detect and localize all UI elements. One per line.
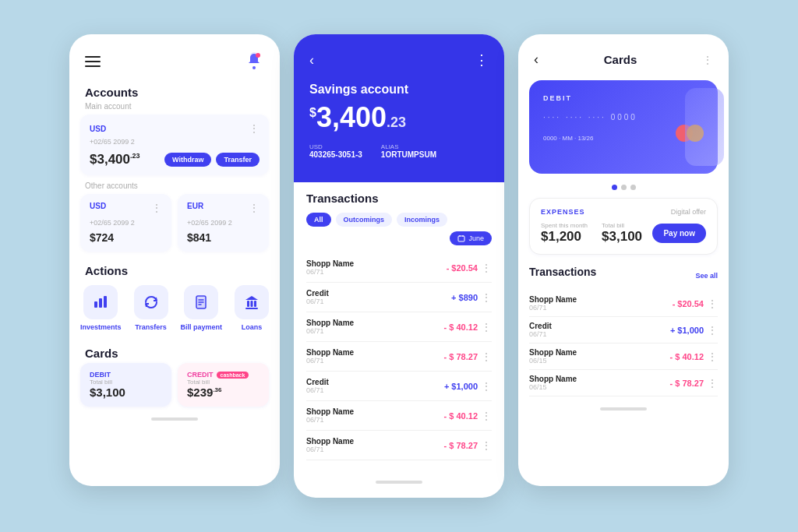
svg-rect-5 bbox=[104, 296, 107, 308]
back-button[interactable]: ‹ bbox=[309, 52, 314, 69]
savings-title: Savings account bbox=[309, 83, 489, 97]
other-acc2-amount: $841 bbox=[187, 231, 260, 244]
p3-tx-menu[interactable]: ⋮ bbox=[707, 351, 718, 363]
bill-icon-box bbox=[184, 285, 218, 319]
transfer-button[interactable]: Transfer bbox=[216, 153, 260, 167]
total-value: $3,100 bbox=[602, 229, 642, 245]
p3-tx-menu[interactable]: ⋮ bbox=[707, 377, 718, 389]
loans-icon-box bbox=[235, 285, 269, 319]
action-bill-payment[interactable]: Bill payment bbox=[181, 285, 223, 331]
phone-1: Accounts Main account USD ⋮ +02/65 2099 … bbox=[69, 34, 280, 486]
investments-label: Investments bbox=[80, 323, 122, 331]
other-accounts-label: Other accounts bbox=[69, 181, 280, 194]
carousel-dots bbox=[518, 185, 729, 190]
phones-container: Accounts Main account USD ⋮ +02/65 2099 … bbox=[69, 34, 729, 498]
tx-menu[interactable]: ⋮ bbox=[481, 351, 492, 363]
investments-icon-box bbox=[83, 285, 118, 319]
transaction-row[interactable]: Credit 06/71 + $890 ⋮ bbox=[306, 283, 492, 312]
tx-amount: - $ 78.27 bbox=[444, 352, 478, 361]
tx-menu[interactable]: ⋮ bbox=[481, 262, 492, 274]
phone-3: ‹ Cards ⋮ DEBIT ···· ···· ···· 0000 0000… bbox=[518, 34, 729, 486]
svg-point-1 bbox=[252, 66, 256, 69]
filter-date[interactable]: June bbox=[450, 231, 492, 245]
debit-card-amount: $3,100 bbox=[90, 386, 162, 399]
transaction-row[interactable]: Shopp Name 06/71 - $ 40.12 ⋮ bbox=[306, 312, 492, 342]
p3-transactions-header: Transactions See all bbox=[518, 262, 729, 291]
tx-menu[interactable]: ⋮ bbox=[481, 380, 492, 393]
p3-tx-amount: - $ 40.12 bbox=[670, 352, 704, 361]
tx-amount: - $ 78.27 bbox=[444, 441, 478, 450]
tx-date: 06/71 bbox=[306, 416, 354, 424]
other-acc1-amount: $724 bbox=[90, 231, 162, 244]
tx-menu[interactable]: ⋮ bbox=[481, 321, 492, 333]
p3-tx-menu[interactable]: ⋮ bbox=[707, 298, 718, 310]
tx-name: Shopp Name bbox=[306, 259, 354, 268]
main-acc-amount: $3,400.23 bbox=[90, 152, 140, 167]
expenses-header-row: EXPENSES Digital offer bbox=[541, 208, 706, 216]
actions-grid: Investments Transfers bbox=[69, 280, 280, 339]
card-bottom-row: 0000 · MM · 13/26 bbox=[543, 125, 704, 142]
tx-menu[interactable]: ⋮ bbox=[481, 291, 492, 304]
action-transfers[interactable]: Transfers bbox=[134, 285, 168, 331]
savings-usd-info: USD 403265-3051-3 bbox=[309, 143, 362, 159]
filter-outgoing[interactable]: Outcomings bbox=[336, 213, 393, 227]
p3-tx-name: Shopp Name bbox=[529, 375, 577, 383]
p3-transaction-row[interactable]: Shopp Name 06/15 - $ 40.12 ⋮ bbox=[529, 344, 718, 370]
main-acc-menu[interactable]: ⋮ bbox=[249, 122, 260, 135]
see-all-link[interactable]: See all bbox=[695, 272, 718, 280]
transaction-row[interactable]: Shopp Name 06/71 - $ 40.12 ⋮ bbox=[306, 401, 492, 431]
transactions-title: Transactions bbox=[306, 192, 492, 205]
p3-transaction-row[interactable]: Credit 06/71 + $1,000 ⋮ bbox=[529, 317, 718, 344]
phone2-body: Transactions All Outcomings Incomings Ju… bbox=[294, 182, 504, 470]
transfers-label: Transfers bbox=[135, 323, 167, 331]
transaction-row[interactable]: Credit 06/71 + $1,000 ⋮ bbox=[306, 372, 492, 401]
tx-amount: + $1,000 bbox=[444, 382, 478, 391]
action-loans[interactable]: Loans bbox=[235, 285, 269, 331]
p3-tx-name: Shopp Name bbox=[529, 295, 577, 304]
p3-tx-amount: - $20.54 bbox=[673, 299, 704, 308]
more-button-3[interactable]: ⋮ bbox=[702, 54, 713, 66]
tx-date: 06/71 bbox=[306, 357, 354, 365]
phone3-header: ‹ Cards ⋮ bbox=[518, 34, 729, 74]
other-acc1-type: USD bbox=[90, 202, 106, 214]
p3-transaction-row[interactable]: Shopp Name 06/15 - $ 78.27 ⋮ bbox=[529, 370, 718, 396]
pay-now-button[interactable]: Pay now bbox=[652, 224, 706, 243]
tx-amount: - $20.54 bbox=[447, 263, 478, 273]
filter-incoming[interactable]: Incomings bbox=[397, 213, 447, 227]
menu-icon[interactable] bbox=[85, 56, 101, 67]
transactions-list: Shopp Name 06/71 - $20.54 ⋮ Credit 06/71… bbox=[306, 253, 492, 460]
filter-all[interactable]: All bbox=[306, 213, 331, 227]
dot-1[interactable] bbox=[612, 185, 617, 190]
main-acc-buttons: Withdraw Transfer bbox=[164, 153, 260, 167]
main-acc-num: +02/65 2099 2 bbox=[90, 138, 260, 146]
back-button-3[interactable]: ‹ bbox=[534, 51, 538, 68]
action-investments[interactable]: Investments bbox=[80, 285, 122, 331]
dot-3[interactable] bbox=[630, 185, 636, 190]
credit-card-label: Total bill bbox=[187, 379, 260, 386]
notification-icon[interactable] bbox=[244, 51, 264, 72]
savings-info-row: USD 403265-3051-3 ALIAS 1ORTUMPSUM bbox=[309, 143, 489, 159]
tx-menu[interactable]: ⋮ bbox=[481, 439, 492, 452]
transaction-row[interactable]: Shopp Name 06/71 - $20.54 ⋮ bbox=[306, 253, 492, 283]
other-acc1-menu[interactable]: ⋮ bbox=[151, 202, 162, 214]
tx-amount: + $890 bbox=[451, 293, 478, 302]
p3-transactions-title: Transactions bbox=[529, 266, 596, 278]
spent-item: Spent this month $1,200 bbox=[541, 222, 588, 245]
other-accounts-row: USD ⋮ +02/65 2099 2 $724 EUR ⋮ +02/65 20… bbox=[69, 194, 280, 252]
other-acc1-num: +02/65 2099 2 bbox=[90, 219, 135, 227]
expenses-amounts-row: Spent this month $1,200 Total bill $3,10… bbox=[541, 222, 706, 245]
credit-card-mini[interactable]: CREDIT cashback Total bill $239.36 bbox=[178, 363, 269, 407]
p3-tx-menu[interactable]: ⋮ bbox=[707, 324, 718, 336]
bill-payment-label: Bill payment bbox=[181, 323, 223, 331]
transaction-row[interactable]: Shopp Name 06/71 - $ 78.27 ⋮ bbox=[306, 431, 492, 460]
p3-transaction-row[interactable]: Shopp Name 06/71 - $20.54 ⋮ bbox=[529, 291, 718, 317]
more-button[interactable]: ⋮ bbox=[475, 51, 489, 69]
other-acc2-menu[interactable]: ⋮ bbox=[249, 202, 260, 214]
tx-menu[interactable]: ⋮ bbox=[481, 410, 492, 422]
dot-2[interactable] bbox=[621, 185, 627, 190]
withdraw-button[interactable]: Withdraw bbox=[164, 153, 211, 167]
svg-rect-3 bbox=[94, 301, 97, 308]
debit-card-mini[interactable]: DEBIT Total bill $3,100 bbox=[80, 363, 171, 407]
transaction-row[interactable]: Shopp Name 06/71 - $ 78.27 ⋮ bbox=[306, 342, 492, 372]
home-indicator-3 bbox=[600, 407, 647, 410]
